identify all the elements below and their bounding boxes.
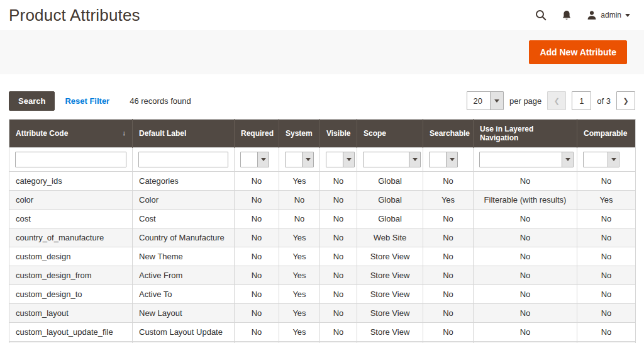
search-button[interactable]: Search bbox=[9, 91, 55, 111]
cell-searchable: No bbox=[423, 228, 474, 247]
cell-attribute-code: custom_design_to bbox=[9, 285, 133, 304]
column-header-required[interactable]: Required bbox=[235, 120, 279, 148]
cell-scope: Global bbox=[357, 172, 423, 191]
pagination-controls: 20 per page ❮ of 3 ❯ bbox=[467, 91, 635, 110]
cell-required: No bbox=[235, 172, 279, 191]
filter-select-comparable[interactable] bbox=[583, 152, 619, 167]
next-page-button[interactable]: ❯ bbox=[616, 91, 635, 110]
caret-down-icon bbox=[562, 152, 573, 167]
cell-comparable: No bbox=[577, 285, 636, 304]
filter-cell bbox=[279, 148, 320, 172]
caret-down-icon bbox=[343, 152, 354, 167]
page-actions-band: Add New Attribute bbox=[0, 30, 644, 74]
filter-cell bbox=[9, 148, 133, 172]
cell-scope: Store View bbox=[357, 266, 423, 285]
table-row[interactable]: custom_design_toActive ToNoYesNoStore Vi… bbox=[9, 285, 636, 304]
table-row[interactable]: custom_layoutNew LayoutNoYesNoStore View… bbox=[9, 304, 636, 323]
column-label: System bbox=[286, 129, 313, 138]
header-actions: admin bbox=[535, 9, 630, 21]
per-page-select[interactable]: 20 bbox=[467, 91, 504, 110]
cell-default-label: Country of Manufacture bbox=[133, 228, 235, 247]
filter-select-searchable[interactable] bbox=[429, 152, 458, 167]
cell-system: Yes bbox=[279, 323, 320, 342]
table-row[interactable]: custom_designNew ThemeNoYesNoStore ViewN… bbox=[9, 247, 636, 266]
cell-attribute-code: category_ids bbox=[9, 172, 133, 191]
table-row[interactable]: custom_design_fromActive FromNoYesNoStor… bbox=[9, 266, 636, 285]
column-header-use-in-layered-navigation[interactable]: Use in Layered Navigation bbox=[474, 120, 577, 148]
filter-select-required[interactable] bbox=[240, 152, 269, 167]
cell-visible: No bbox=[320, 210, 357, 228]
column-header-scope[interactable]: Scope bbox=[357, 120, 423, 148]
filter-select-visible[interactable] bbox=[326, 152, 355, 167]
cell-visible: No bbox=[320, 304, 357, 323]
cell-comparable: Yes bbox=[577, 191, 636, 210]
cell-searchable: No bbox=[423, 323, 474, 342]
cell-visible: No bbox=[320, 228, 357, 247]
cell-required: No bbox=[235, 191, 279, 210]
filter-cell bbox=[474, 148, 577, 172]
caret-down-icon bbox=[302, 152, 313, 167]
cell-required: No bbox=[235, 285, 279, 304]
column-header-comparable[interactable]: Comparable bbox=[577, 120, 636, 148]
table-row[interactable]: custom_layout_update_fileCustom Layout U… bbox=[9, 323, 636, 342]
column-header-visible[interactable]: Visible bbox=[320, 120, 357, 148]
cell-scope: Store View bbox=[357, 285, 423, 304]
cell-comparable: No bbox=[577, 323, 636, 342]
cell-comparable: No bbox=[577, 210, 636, 228]
cell-default-label: Cost bbox=[133, 210, 235, 228]
chevron-right-icon: ❯ bbox=[623, 97, 628, 105]
cell-attribute-code: cost bbox=[9, 210, 133, 228]
cell-required: No bbox=[235, 266, 279, 285]
column-header-system[interactable]: System bbox=[279, 120, 320, 148]
table-row[interactable]: country_of_manufactureCountry of Manufac… bbox=[9, 228, 636, 247]
cell-use-in-layered-navigation: No bbox=[474, 304, 577, 323]
search-icon[interactable] bbox=[535, 9, 547, 21]
table-row[interactable]: colorColorNoNoNoGlobalYesFilterable (wit… bbox=[9, 191, 636, 210]
admin-user-menu[interactable]: admin bbox=[587, 10, 630, 20]
column-header-attribute-code[interactable]: Attribute Code↓ bbox=[9, 120, 133, 148]
cell-system: No bbox=[279, 191, 320, 210]
column-label: Comparable bbox=[584, 129, 627, 138]
filter-cell bbox=[357, 148, 423, 172]
filter-select-use-in-layered-navigation[interactable] bbox=[479, 152, 574, 167]
cell-attribute-code: custom_design bbox=[9, 247, 133, 266]
filter-input-default-label[interactable] bbox=[138, 152, 228, 167]
cell-searchable: No bbox=[423, 210, 474, 228]
cell-required: No bbox=[235, 304, 279, 323]
reset-filter-link[interactable]: Reset Filter bbox=[65, 96, 109, 106]
filter-select-system[interactable] bbox=[285, 152, 314, 167]
filter-select-scope[interactable] bbox=[363, 152, 421, 167]
table-header-row: Attribute Code↓Default LabelRequiredSyst… bbox=[9, 120, 636, 148]
previous-page-button[interactable]: ❮ bbox=[547, 91, 566, 110]
cell-system: Yes bbox=[279, 172, 320, 191]
cell-comparable: No bbox=[577, 247, 636, 266]
cell-scope: Global bbox=[357, 191, 423, 210]
cell-use-in-layered-navigation: No bbox=[474, 323, 577, 342]
cell-scope: Store View bbox=[357, 323, 423, 342]
filter-cell bbox=[320, 148, 357, 172]
table-row[interactable]: category_idsCategoriesNoYesNoGlobalNoNoN… bbox=[9, 172, 636, 191]
add-new-attribute-button[interactable]: Add New Attribute bbox=[529, 40, 627, 64]
cell-system: Yes bbox=[279, 228, 320, 247]
page-header: Product Attributes admin bbox=[0, 0, 644, 30]
cell-visible: No bbox=[320, 247, 357, 266]
column-header-searchable[interactable]: Searchable bbox=[423, 120, 474, 148]
filter-row bbox=[9, 148, 636, 172]
cell-required: No bbox=[235, 210, 279, 228]
caret-down-icon bbox=[446, 152, 457, 167]
cell-searchable: No bbox=[423, 172, 474, 191]
notifications-bell-icon[interactable] bbox=[562, 10, 572, 21]
cell-searchable: No bbox=[423, 247, 474, 266]
filter-cell bbox=[577, 148, 636, 172]
cell-attribute-code: country_of_manufacture bbox=[9, 228, 133, 247]
table-row[interactable]: costCostNoNoNoGlobalNoNoNo bbox=[9, 210, 636, 228]
cell-scope: Store View bbox=[357, 247, 423, 266]
column-header-default-label[interactable]: Default Label bbox=[133, 120, 235, 148]
current-page-input[interactable] bbox=[572, 91, 591, 110]
sort-desc-icon: ↓ bbox=[123, 129, 126, 137]
filter-input-attribute-code[interactable] bbox=[15, 152, 126, 167]
cell-searchable: No bbox=[423, 285, 474, 304]
cell-default-label: Categories bbox=[133, 172, 235, 191]
cell-default-label: Custom Layout Update bbox=[133, 323, 235, 342]
per-page-value: 20 bbox=[467, 92, 490, 110]
